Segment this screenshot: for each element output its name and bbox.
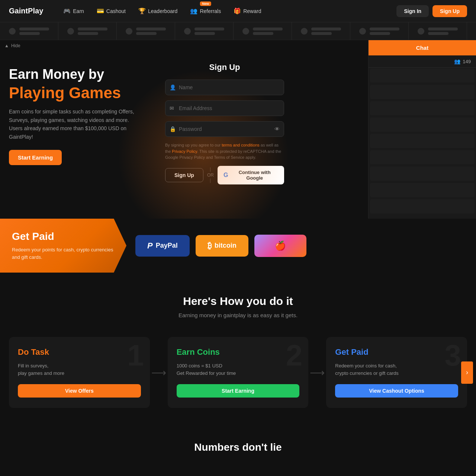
ticker-item xyxy=(292,22,350,40)
earn-icon: 🎮 xyxy=(63,7,71,15)
ticker-line xyxy=(19,28,49,30)
step2-start-earning-button[interactable]: Start Earning xyxy=(177,384,300,398)
or-line-bottom xyxy=(210,178,210,183)
ticker-item xyxy=(409,22,467,40)
lock-icon: 🔒 xyxy=(170,126,176,132)
carousel-next-button[interactable]: › xyxy=(461,361,473,384)
terms-link[interactable]: terms and conditions xyxy=(222,143,260,147)
signin-button[interactable]: Sign In xyxy=(396,5,429,17)
nav-referrals-wrapper: New 👥 Referrals xyxy=(185,4,226,17)
ticker-line xyxy=(136,28,166,30)
chat-users-count: 👥 149 xyxy=(369,55,476,68)
nav-referrals[interactable]: 👥 Referrals xyxy=(185,4,226,17)
google-icon: G xyxy=(223,172,228,178)
step-title-2: Earn Coins xyxy=(177,347,300,357)
ticker-item xyxy=(58,22,117,40)
ticker-line xyxy=(136,32,157,35)
view-offers-button[interactable]: View Offers xyxy=(18,384,141,398)
chat-message xyxy=(370,85,475,99)
password-field-wrapper: 🔒 👁 xyxy=(165,121,284,137)
step-title-3: Get Paid xyxy=(335,347,458,357)
bitcoin-label: bitcoin xyxy=(215,242,237,250)
steps-wrapper: 1 Do Task Fill in surveys, play games an… xyxy=(9,337,467,408)
ticker-item xyxy=(350,22,409,40)
above-fold: ▲ Hide Earn Money by Playing Games Earn … xyxy=(0,40,476,219)
ticker-lines xyxy=(194,28,224,35)
paypal-icon: P xyxy=(147,241,153,251)
leaderboard-icon: 🏆 xyxy=(138,7,146,15)
paypal-label: PayPal xyxy=(156,242,178,250)
chat-message xyxy=(370,68,475,83)
step-title-1: Do Task xyxy=(18,347,141,357)
nav-cashout[interactable]: 💳 Cashout xyxy=(91,4,131,17)
step-card-3: 3 Get Paid Redeem your coins for cash, c… xyxy=(326,337,467,408)
bitcoin-button[interactable]: ₿ bitcoin xyxy=(196,235,248,257)
ticker-item xyxy=(0,22,58,40)
ticker-dot xyxy=(301,28,308,35)
ticker-line xyxy=(370,32,390,35)
view-cashout-button[interactable]: View Cashout Options xyxy=(335,384,458,398)
chat-header[interactable]: Chat xyxy=(369,40,476,55)
hide-bar[interactable]: ▲ Hide xyxy=(0,40,368,51)
ticker-line xyxy=(428,32,448,35)
step-connector-2: ⟶ xyxy=(308,367,326,379)
start-earning-button[interactable]: Start Earning xyxy=(9,150,62,165)
how-description: Earning money in gaintplay is as easy as… xyxy=(9,312,467,318)
ticker-lines xyxy=(311,28,341,35)
ticker-lines xyxy=(428,28,458,35)
chat-message xyxy=(370,134,475,148)
signup-button[interactable]: Sign Up xyxy=(432,5,467,17)
apple-icon: 🍎 xyxy=(275,241,286,251)
step-number-bg-1: 1 xyxy=(127,341,144,370)
ticker-line xyxy=(311,28,341,30)
paypal-button[interactable]: P PayPal xyxy=(135,235,190,257)
ticker-line xyxy=(253,28,283,30)
signup-form-title: Sign Up xyxy=(165,62,284,72)
hero-description: Earn coins for simple tasks such as comp… xyxy=(9,107,135,141)
ticker-line xyxy=(370,28,399,30)
navbar-logo[interactable]: GaintPlay xyxy=(9,7,43,15)
ticker-dot xyxy=(418,28,424,35)
step-card-1: 1 Do Task Fill in surveys, play games an… xyxy=(9,337,150,408)
ticker-lines xyxy=(19,28,49,35)
referrals-icon: 👥 xyxy=(190,7,197,15)
ticker-line xyxy=(19,32,40,35)
ticker-dot xyxy=(242,28,249,35)
ticker-line xyxy=(428,28,458,30)
ticker-item xyxy=(117,22,175,40)
ticker-line xyxy=(311,32,332,35)
users-icon: 👥 xyxy=(454,58,460,64)
email-field-wrapper: ✉ xyxy=(165,100,284,116)
form-actions: Sign Up OR G Continue with Google xyxy=(165,166,284,184)
name-input[interactable] xyxy=(165,80,284,95)
apple-pay-button[interactable]: 🍎 xyxy=(254,235,306,257)
chat-message xyxy=(370,150,475,164)
name-field-wrapper: 👤 xyxy=(165,80,284,95)
step-number-bg-2: 2 xyxy=(286,341,303,370)
ticker-item xyxy=(175,22,234,40)
google-signin-button[interactable]: G Continue with Google xyxy=(218,166,284,184)
hero-left: Earn Money by Playing Games Earn coins f… xyxy=(9,59,150,186)
referrals-new-badge: New xyxy=(200,1,212,6)
privacy-link[interactable]: Privacy Policy xyxy=(172,149,197,154)
email-input[interactable] xyxy=(165,100,284,116)
get-paid-left: Get Paid Redeem your points for cash, cr… xyxy=(0,219,126,273)
nav-earn[interactable]: 🎮 Earn xyxy=(58,4,89,17)
ticker-line xyxy=(253,32,273,35)
password-input[interactable] xyxy=(165,121,284,137)
step-desc-3: Redeem your coins for cash, crypto curre… xyxy=(335,362,458,377)
chat-messages[interactable] xyxy=(369,68,476,219)
left-panel: ▲ Hide Earn Money by Playing Games Earn … xyxy=(0,40,368,219)
get-paid-section: Get Paid Redeem your points for cash, cr… xyxy=(0,219,476,273)
numbers-section: Numbers don't lie xyxy=(0,423,476,464)
nav-leaderboard[interactable]: 🏆 Leaderboard xyxy=(133,4,183,17)
get-paid-title: Get Paid xyxy=(12,231,115,242)
navbar-auth: Sign In Sign Up xyxy=(396,5,467,17)
form-or-divider: OR xyxy=(207,167,214,183)
email-icon: ✉ xyxy=(170,105,174,111)
password-toggle-icon[interactable]: 👁 xyxy=(274,126,280,132)
nav-reward[interactable]: 🎁 Reward xyxy=(228,4,266,17)
ticker-dot xyxy=(9,28,16,35)
form-signup-button[interactable]: Sign Up xyxy=(165,168,203,182)
hero-headline-orange: Playing Games xyxy=(9,84,150,102)
